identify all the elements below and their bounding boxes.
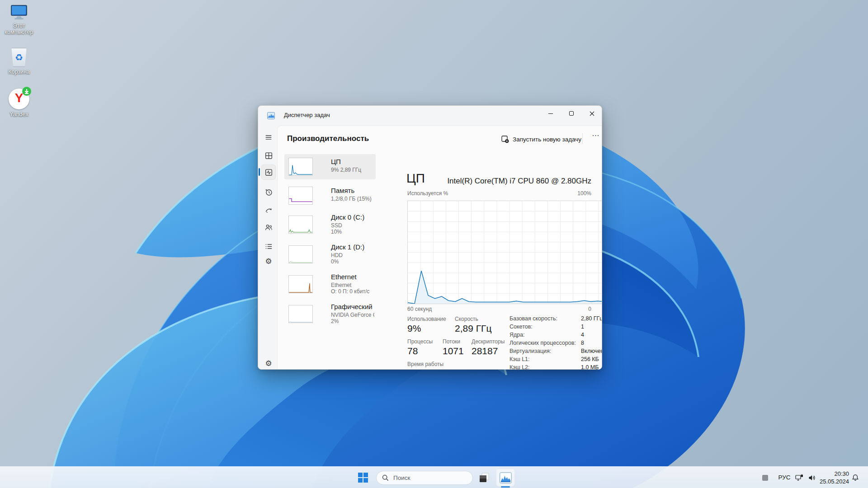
- perf-item-cpu[interactable]: ЦП 9% 2,89 ГГц: [284, 154, 376, 179]
- recycle-arrows-glyph: ♻: [15, 53, 23, 62]
- spec-value: 1: [581, 324, 584, 330]
- task-manager-taskbar-icon: [500, 472, 512, 483]
- taskbar-search[interactable]: Поиск: [376, 471, 473, 485]
- more-options-button[interactable]: ...: [588, 130, 602, 138]
- windows-logo-icon: [358, 473, 368, 483]
- spec-value: 2,80 ГГц: [581, 315, 602, 322]
- spec-label: Базовая скорость:: [509, 315, 557, 322]
- stat-value-uptime: 0:00:01:13: [407, 368, 450, 370]
- header-separator: [582, 133, 583, 144]
- stat-value-speed: 2,89 ГГц: [455, 323, 491, 334]
- nav-startup-apps[interactable]: [264, 206, 273, 215]
- run-new-task-button[interactable]: Запустить новую задачу: [501, 134, 581, 145]
- spec-label: Виртуализация:: [509, 348, 551, 354]
- download-badge-icon: [22, 87, 31, 96]
- minimize-icon: [548, 113, 553, 114]
- disk0-thumbnail: [288, 216, 313, 234]
- minimize-button[interactable]: [540, 106, 561, 121]
- close-button[interactable]: [582, 106, 602, 121]
- ethernet-mini-graph: [289, 276, 312, 293]
- settings-button[interactable]: ⚙: [264, 359, 273, 368]
- start-button[interactable]: [357, 472, 369, 483]
- graph-y-axis-label: Используется %: [407, 190, 448, 197]
- processes-icon: [264, 151, 273, 160]
- spec-value: 4: [581, 332, 584, 338]
- nav-processes[interactable]: [264, 151, 273, 160]
- run-new-task-label: Запустить новую задачу: [513, 136, 581, 143]
- tray-app-icon[interactable]: [762, 474, 768, 481]
- window-title: Диспетчер задач: [284, 112, 330, 118]
- graph-x-left-label: 60 секунд: [407, 306, 432, 312]
- gpu-thumbnail: [288, 305, 313, 323]
- content-card: Производительность Запустить новую задач…: [277, 126, 602, 369]
- perf-item-sub: 1,2/8,0 ГБ (15%): [331, 196, 372, 202]
- spec-label: Ядра:: [509, 332, 525, 338]
- stat-label: Скорость: [455, 316, 478, 322]
- nav-services[interactable]: ⚙: [264, 257, 273, 266]
- network-tray-button[interactable]: [795, 474, 804, 482]
- volume-tray-button[interactable]: [807, 474, 816, 482]
- settings-gear-icon: ⚙: [265, 360, 272, 367]
- running-app-indicator: [501, 486, 510, 488]
- maximize-icon: [569, 111, 574, 116]
- perf-item-sub2: 0%: [331, 258, 339, 265]
- spec-value: 256 КБ: [581, 356, 599, 362]
- taskbar-app-button[interactable]: [477, 471, 491, 484]
- stat-value-handles: 28187: [472, 346, 498, 357]
- notifications-button[interactable]: [851, 474, 860, 482]
- cpu-full-name: Intel(R) Core(TM) i7 CPU 860 @ 2.80GHz: [447, 177, 591, 186]
- nav-app-history[interactable]: [264, 188, 273, 197]
- perf-item-name: Память: [331, 187, 354, 194]
- nav-users[interactable]: [264, 223, 273, 232]
- ethernet-thumbnail: [288, 275, 313, 293]
- task-manager-app-icon: [267, 112, 275, 119]
- this-pc-icon: [10, 5, 28, 21]
- perf-item-sub: SSD: [331, 222, 342, 229]
- perf-item-disk0[interactable]: Диск 0 (C:) SSD 10%: [284, 211, 376, 239]
- graph-x-right-label: 0: [588, 306, 591, 312]
- spec-value: Включено: [581, 348, 602, 354]
- performance-icon: [264, 168, 273, 177]
- perf-item-memory[interactable]: Память 1,2/8,0 ГБ (15%): [284, 183, 376, 208]
- stat-label: Использование: [407, 316, 446, 322]
- users-icon: [264, 223, 273, 232]
- taskbar-clock[interactable]: 20:30 25.05.2024: [820, 470, 849, 485]
- cpu-pane-title: ЦП: [406, 171, 425, 186]
- nav-performance[interactable]: [264, 168, 273, 177]
- history-icon: [264, 188, 273, 197]
- desktop-icon-recycle-bin[interactable]: ♻ Корзина: [0, 48, 38, 75]
- stat-label: Время работы: [407, 361, 443, 367]
- nav-menu-button[interactable]: [264, 133, 273, 142]
- clock-date: 25.05.2024: [820, 478, 849, 485]
- close-icon: [590, 111, 594, 116]
- desktop-icon-this-pc[interactable]: Этот компьютер: [0, 5, 38, 35]
- page-title: Производительность: [287, 134, 369, 143]
- perf-item-name: Диск 0 (C:): [331, 213, 364, 221]
- disk1-mini-graph: [289, 246, 312, 263]
- memory-thumbnail: [288, 187, 313, 205]
- perf-item-name: ЦП: [331, 158, 341, 165]
- cpu-usage-graph[interactable]: [407, 201, 602, 304]
- perf-item-disk1[interactable]: Диск 1 (D:) HDD 0%: [284, 240, 376, 268]
- perf-item-gpu[interactable]: Графический про NVIDIA GeForce GTX 660 2…: [284, 300, 376, 328]
- cpu-thumbnail: [288, 158, 313, 176]
- perf-item-sub: NVIDIA GeForce GTX 660: [331, 312, 374, 318]
- nav-details[interactable]: [264, 242, 273, 251]
- desktop-icon-yandex[interactable]: Y Yandex: [0, 89, 38, 117]
- bell-icon: [852, 474, 859, 481]
- details-icon: [264, 242, 273, 251]
- stat-label: Процессы: [407, 338, 433, 345]
- maximize-button[interactable]: [561, 106, 582, 121]
- stat-label: Потоки: [443, 338, 460, 345]
- stat-label: Дескрипторы: [472, 338, 505, 345]
- hamburger-icon: [264, 133, 273, 141]
- perf-item-ethernet[interactable]: Ethernet Ethernet О: 0 П: 0 кбит/с: [284, 270, 376, 298]
- language-indicator[interactable]: РУС: [775, 474, 793, 481]
- network-ethernet-icon: [795, 474, 803, 481]
- speaker-icon: [808, 474, 816, 481]
- disk0-mini-graph: [289, 216, 312, 233]
- services-gear-icon: ⚙: [265, 258, 272, 265]
- perf-item-sub: HDD: [331, 252, 343, 258]
- taskbar-task-manager-button[interactable]: [496, 469, 515, 487]
- desktop-icon-label: Этот компьютер: [0, 23, 38, 35]
